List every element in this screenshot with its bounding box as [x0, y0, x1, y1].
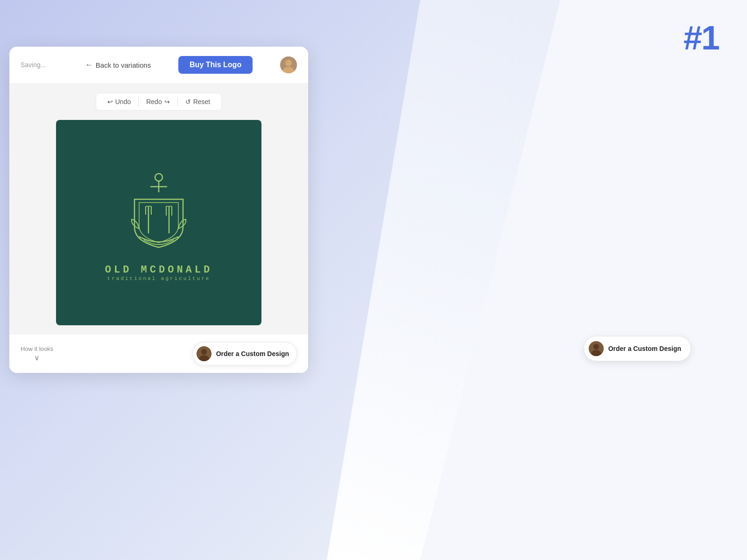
- undo-button[interactable]: ↩ Undo: [102, 96, 136, 107]
- rank-badge: #1: [684, 19, 719, 57]
- floating-order-label: Order a Custom Design: [608, 345, 681, 352]
- main-card: Saving... ← Back to variations Buy This …: [9, 47, 308, 373]
- how-it-looks-button[interactable]: How it looks ∨: [21, 345, 53, 362]
- floating-order-custom-button[interactable]: Order a Custom Design: [584, 336, 691, 361]
- card-header: Saving... ← Back to variations Buy This …: [9, 47, 308, 84]
- undo-icon: ↩: [107, 98, 113, 105]
- order-custom-design-button[interactable]: Order a Custom Design: [192, 342, 297, 365]
- chevron-down-icon: ∨: [34, 353, 40, 362]
- how-it-looks-label: How it looks: [21, 345, 53, 352]
- redo-label: Redo: [146, 98, 162, 105]
- edit-toolbar: ↩ Undo Redo ↪ ↺ Reset: [96, 93, 222, 111]
- logo-canvas: OLD MCDONALD traditional agriculture: [56, 120, 261, 325]
- avatar[interactable]: [280, 56, 297, 73]
- buy-this-logo-button[interactable]: Buy This Logo: [178, 56, 253, 74]
- reset-button[interactable]: ↺ Reset: [180, 96, 216, 107]
- toolbar-divider-2: [177, 97, 178, 106]
- redo-button[interactable]: Redo ↪: [141, 96, 175, 107]
- reset-icon: ↺: [185, 98, 191, 105]
- svg-point-20: [593, 344, 599, 350]
- back-to-variations-link[interactable]: ← Back to variations: [85, 61, 151, 69]
- redo-icon: ↪: [164, 98, 170, 105]
- order-avatar: [197, 346, 211, 361]
- saving-status: Saving...: [21, 61, 58, 69]
- logo-svg-area: OLD MCDONALD traditional agriculture: [105, 164, 212, 281]
- back-link-label: Back to variations: [96, 61, 151, 69]
- card-footer: How it looks ∨ Order a Custom Design: [9, 335, 308, 373]
- logo-icon: [117, 164, 201, 258]
- card-body: ↩ Undo Redo ↪ ↺ Reset: [9, 84, 308, 335]
- undo-label: Undo: [115, 98, 131, 105]
- svg-point-1: [285, 60, 292, 66]
- logo-tagline: traditional agriculture: [107, 276, 211, 281]
- svg-point-17: [201, 349, 207, 355]
- floating-order-avatar: [589, 341, 604, 356]
- svg-point-3: [155, 174, 162, 181]
- logo-brand-name: OLD MCDONALD: [105, 264, 212, 276]
- order-custom-label: Order a Custom Design: [216, 350, 289, 357]
- back-arrow-icon: ←: [85, 61, 93, 69]
- toolbar-divider: [138, 97, 139, 106]
- reset-label: Reset: [193, 98, 211, 105]
